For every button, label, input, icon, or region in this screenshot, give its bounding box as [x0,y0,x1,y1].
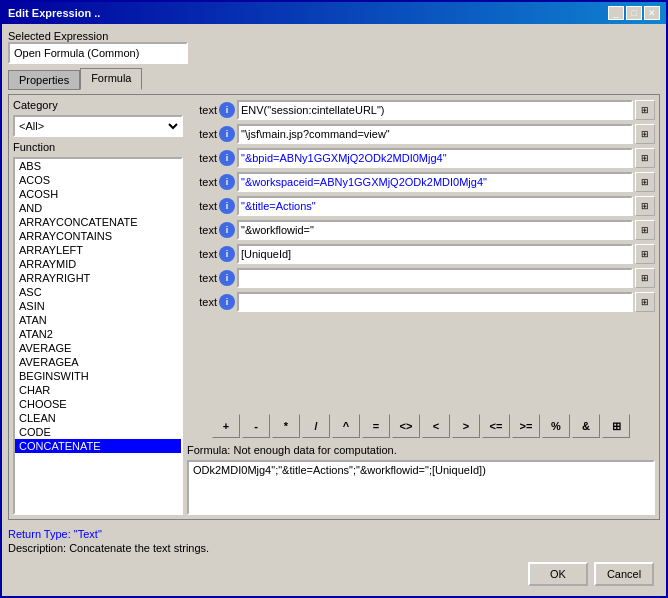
function-list-item[interactable]: BEGINSWITH [15,369,181,383]
function-list-item[interactable]: ARRAYLEFT [15,243,181,257]
info-button[interactable]: i [219,198,235,214]
edit-expression-window: Edit Expression .. _ □ ✕ Selected Expres… [0,0,668,598]
operator-button[interactable]: <> [392,414,420,438]
formula-input[interactable] [237,268,633,288]
formula-row: texti⊞ [187,147,655,169]
operator-button[interactable]: % [542,414,570,438]
grid-button[interactable]: ⊞ [635,292,655,312]
tab-formula[interactable]: Formula [80,68,142,90]
row-label: text [187,296,217,308]
function-list-item[interactable]: AVERAGE [15,341,181,355]
formula-input[interactable] [237,124,633,144]
function-list-item[interactable]: ARRAYCONTAINS [15,229,181,243]
operator-button[interactable]: = [362,414,390,438]
grid-button[interactable]: ⊞ [635,220,655,240]
formula-row: texti⊞ [187,291,655,313]
function-list-item[interactable]: CHAR [15,383,181,397]
function-list-item[interactable]: ACOS [15,173,181,187]
formula-input[interactable] [237,172,633,192]
main-content: Category <All> Function ABSACOSACOSHANDA… [8,94,660,520]
description-value: Concatenate the text strings. [69,542,209,554]
function-list-item[interactable]: ABS [15,159,181,173]
row-label: text [187,224,217,236]
function-list-item[interactable]: CLEAN [15,411,181,425]
function-list-item[interactable]: ASIN [15,299,181,313]
info-button[interactable]: i [219,246,235,262]
tab-properties[interactable]: Properties [8,70,80,90]
function-list-item[interactable]: ATAN2 [15,327,181,341]
return-type-value: "Text" [74,528,102,540]
info-button[interactable]: i [219,174,235,190]
formula-row: texti⊞ [187,243,655,265]
maximize-button[interactable]: □ [626,6,642,20]
operator-button[interactable]: >= [512,414,540,438]
function-list-item[interactable]: CHOOSE [15,397,181,411]
expression-dropdown[interactable]: Open Formula (Common) [8,42,188,64]
grid-button[interactable]: ⊞ [635,100,655,120]
operator-button[interactable]: < [422,414,450,438]
info-button[interactable]: i [219,270,235,286]
formula-input[interactable] [237,148,633,168]
operator-button[interactable]: & [572,414,600,438]
function-list[interactable]: ABSACOSACOSHANDARRAYCONCATENATEARRAYCONT… [13,157,183,515]
function-list-item[interactable]: ARRAYRIGHT [15,271,181,285]
function-label: Function [13,141,183,153]
formula-input[interactable] [237,196,633,216]
grid-button[interactable]: ⊞ [635,244,655,264]
cancel-button[interactable]: Cancel [594,562,654,586]
row-label: text [187,128,217,140]
function-list-item[interactable]: ACOSH [15,187,181,201]
formula-input[interactable] [237,244,633,264]
function-list-item[interactable]: ATAN [15,313,181,327]
info-button[interactable]: i [219,126,235,142]
function-list-item[interactable]: AVERAGEA [15,355,181,369]
close-button[interactable]: ✕ [644,6,660,20]
dropdown-row: Open Formula (Common) [8,42,660,64]
function-list-item[interactable]: ASC [15,285,181,299]
info-button[interactable]: i [219,222,235,238]
operator-button[interactable]: * [272,414,300,438]
grid-button[interactable]: ⊞ [635,172,655,192]
description-label: Description: [8,542,66,554]
info-button[interactable]: i [219,150,235,166]
operators-row: +-*/^=<><><=>=%&⊞ [187,412,655,440]
function-list-item[interactable]: ARRAYMID [15,257,181,271]
selected-expression-section: Selected Expression Open Formula (Common… [8,30,660,64]
minimize-button[interactable]: _ [608,6,624,20]
formula-input[interactable] [237,100,633,120]
formula-rows: texti⊞texti⊞texti⊞texti⊞texti⊞texti⊞text… [187,99,655,410]
function-list-item[interactable]: CODE [15,425,181,439]
tabs-row: Properties Formula [8,68,660,90]
function-list-item[interactable]: CONCATENATE [15,439,181,453]
window-title: Edit Expression .. [8,7,100,19]
ok-button[interactable]: OK [528,562,588,586]
formula-input[interactable] [237,292,633,312]
grid-button[interactable]: ⊞ [635,268,655,288]
category-dropdown[interactable]: <All> [13,115,183,137]
operator-button[interactable]: + [212,414,240,438]
operator-button[interactable]: <= [482,414,510,438]
grid-button[interactable]: ⊞ [635,196,655,216]
operator-button[interactable]: / [302,414,330,438]
formula-row: texti⊞ [187,195,655,217]
formula-row: texti⊞ [187,219,655,241]
function-list-item[interactable]: ARRAYCONCATENATE [15,215,181,229]
return-type-label: Return Type: [8,528,71,540]
row-label: text [187,104,217,116]
grid-button[interactable]: ⊞ [635,148,655,168]
button-row: OK Cancel [8,558,660,590]
title-bar: Edit Expression .. _ □ ✕ [2,2,666,24]
operator-button[interactable]: - [242,414,270,438]
operator-button[interactable]: > [452,414,480,438]
formula-row: texti⊞ [187,267,655,289]
grid-button[interactable]: ⊞ [635,124,655,144]
info-button[interactable]: i [219,294,235,310]
operator-button[interactable]: ⊞ [602,414,630,438]
formula-editor[interactable]: ODk2MDI0Mjg4";"&title=Actions";"&workflo… [187,460,655,515]
function-list-item[interactable]: AND [15,201,181,215]
left-panel: Category <All> Function ABSACOSACOSHANDA… [13,99,183,515]
formula-input[interactable] [237,220,633,240]
info-button[interactable]: i [219,102,235,118]
category-label: Category [13,99,183,111]
operator-button[interactable]: ^ [332,414,360,438]
